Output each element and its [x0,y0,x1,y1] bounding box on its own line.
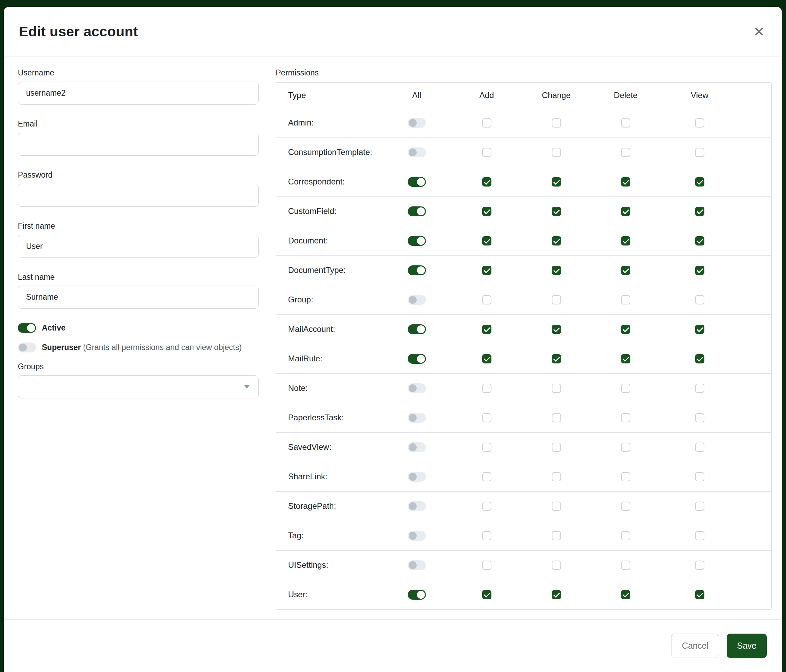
perm-delete-checkbox[interactable] [621,561,630,570]
perm-all-toggle[interactable] [408,206,426,216]
superuser-toggle[interactable] [18,342,36,352]
perm-delete-checkbox[interactable] [621,207,630,216]
perm-add-checkbox[interactable] [482,207,491,216]
last-name-field[interactable] [18,286,259,309]
perm-all-toggle[interactable] [408,472,426,482]
perm-all-toggle[interactable] [408,236,426,246]
perm-delete-checkbox[interactable] [621,502,630,511]
perm-view-checkbox[interactable] [695,266,704,275]
perm-view-checkbox[interactable] [695,502,704,511]
first-name-field[interactable] [18,235,259,258]
perm-delete-checkbox[interactable] [621,472,630,481]
perm-all-toggle[interactable] [408,413,426,423]
perm-view-checkbox[interactable] [695,118,704,127]
perm-change-checkbox[interactable] [552,561,561,570]
perm-add-checkbox[interactable] [482,148,491,157]
perm-all-toggle[interactable] [408,118,426,128]
perm-change-checkbox[interactable] [552,354,561,363]
perm-all-toggle[interactable] [408,177,426,187]
perm-all-toggle[interactable] [408,560,426,570]
perm-all-toggle[interactable] [408,265,426,275]
perm-add-checkbox[interactable] [482,295,491,305]
perm-view-checkbox[interactable] [695,177,704,187]
perm-change-checkbox[interactable] [552,295,561,305]
perm-change-checkbox[interactable] [552,118,561,127]
perm-change-checkbox[interactable] [552,148,561,157]
perm-delete-checkbox[interactable] [621,413,630,422]
perm-view-checkbox[interactable] [695,384,704,393]
perm-add-checkbox[interactable] [482,502,491,511]
perm-delete-checkbox[interactable] [621,177,630,187]
perm-add-checkbox[interactable] [482,354,491,363]
perm-all-toggle[interactable] [408,383,426,393]
perm-add-checkbox[interactable] [482,413,491,422]
perm-view-checkbox[interactable] [695,531,704,540]
cancel-button[interactable]: Cancel [671,634,719,658]
perm-change-checkbox[interactable] [552,590,561,599]
perm-add-checkbox[interactable] [482,384,491,393]
permission-row: Correspondent: [276,167,771,196]
perm-delete-checkbox[interactable] [621,236,630,245]
perm-view-checkbox[interactable] [695,413,704,422]
perm-view-checkbox[interactable] [695,590,704,599]
perm-all-toggle[interactable] [408,324,426,334]
perm-view-checkbox[interactable] [695,354,704,363]
username-input[interactable] [18,82,259,105]
perm-change-checkbox[interactable] [552,325,561,334]
perm-view-checkbox[interactable] [695,207,704,216]
perm-delete-checkbox[interactable] [621,148,630,157]
perm-change-checkbox[interactable] [552,236,561,245]
perm-add-checkbox[interactable] [482,472,491,481]
perm-delete-checkbox[interactable] [621,325,630,334]
chevron-down-icon [244,385,250,388]
perm-all-toggle[interactable] [408,531,426,541]
perm-change-checkbox[interactable] [552,502,561,511]
perm-all-toggle[interactable] [408,501,426,511]
perm-delete-checkbox[interactable] [621,590,630,599]
groups-select[interactable] [18,375,259,399]
column-header-add: Add [452,91,522,100]
password-field[interactable] [18,184,259,207]
perm-all-toggle[interactable] [408,442,426,452]
perm-view-checkbox[interactable] [695,148,704,157]
perm-add-checkbox[interactable] [482,118,491,127]
perm-delete-checkbox[interactable] [621,443,630,452]
active-toggle[interactable] [18,323,36,333]
perm-add-checkbox[interactable] [482,266,491,275]
perm-change-checkbox[interactable] [552,207,561,216]
perm-delete-checkbox[interactable] [621,118,630,127]
perm-delete-checkbox[interactable] [621,266,630,275]
perm-delete-checkbox[interactable] [621,384,630,393]
perm-view-checkbox[interactable] [695,472,704,481]
perm-view-checkbox[interactable] [695,443,704,452]
email-field[interactable] [18,133,259,155]
perm-add-checkbox[interactable] [482,531,491,540]
perm-all-toggle[interactable] [408,590,426,600]
permissions-rows: Admin:ConsumptionTemplate:Correspondent:… [276,108,771,609]
perm-view-checkbox[interactable] [695,295,704,305]
close-icon[interactable]: ✕ [751,23,767,41]
perm-view-checkbox[interactable] [695,236,704,245]
perm-delete-checkbox[interactable] [621,531,630,540]
perm-add-checkbox[interactable] [482,236,491,245]
perm-view-checkbox[interactable] [695,325,704,334]
perm-all-toggle[interactable] [408,295,426,305]
perm-change-checkbox[interactable] [552,384,561,393]
perm-add-checkbox[interactable] [482,590,491,599]
perm-view-checkbox[interactable] [695,561,704,570]
perm-all-toggle[interactable] [408,354,426,364]
perm-add-checkbox[interactable] [482,561,491,570]
perm-change-checkbox[interactable] [552,531,561,540]
perm-change-checkbox[interactable] [552,177,561,187]
save-button[interactable]: Save [727,634,767,658]
perm-delete-checkbox[interactable] [621,354,630,363]
perm-change-checkbox[interactable] [552,266,561,275]
perm-change-checkbox[interactable] [552,472,561,481]
perm-add-checkbox[interactable] [482,177,491,187]
perm-change-checkbox[interactable] [552,443,561,452]
perm-all-toggle[interactable] [408,148,426,157]
perm-delete-checkbox[interactable] [621,295,630,305]
perm-change-checkbox[interactable] [552,413,561,422]
perm-add-checkbox[interactable] [482,443,491,452]
perm-add-checkbox[interactable] [482,325,491,334]
